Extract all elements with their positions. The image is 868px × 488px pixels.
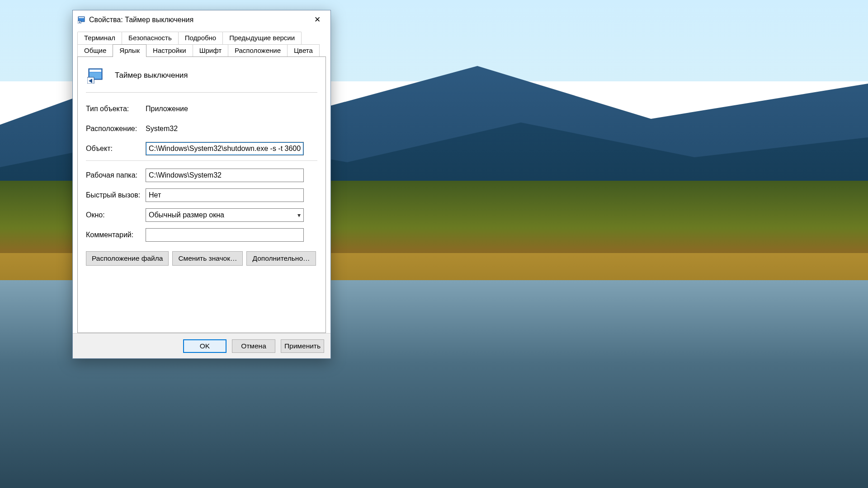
value-location: System32: [146, 125, 178, 133]
tab-font[interactable]: Шрифт: [193, 44, 228, 57]
target-input[interactable]: [146, 142, 304, 155]
tab-panel-shortcut: Таймер выключения Тип объекта: Приложени…: [77, 56, 326, 333]
dialog-footer: OK Отмена Применить: [73, 333, 330, 358]
apply-button[interactable]: Применить: [281, 339, 324, 353]
open-file-location-button[interactable]: Расположение файла: [86, 251, 169, 266]
tab-details[interactable]: Подробно: [178, 32, 223, 44]
close-icon: ✕: [314, 15, 321, 24]
tab-previous[interactable]: Предыдущие версии: [222, 32, 302, 44]
tab-shortcut[interactable]: Ярлык: [113, 44, 146, 57]
close-button[interactable]: ✕: [307, 13, 328, 27]
label-object-type: Тип объекта:: [86, 105, 146, 113]
run-select[interactable]: Обычный размер окна ▾: [146, 208, 304, 222]
svg-rect-1: [79, 17, 84, 18]
label-comment: Комментарий:: [86, 231, 146, 239]
window-title: Свойства: Таймер выключения: [89, 16, 307, 24]
shortcut-name: Таймер выключения: [115, 71, 188, 80]
advanced-button[interactable]: Дополнительно…: [246, 251, 316, 266]
label-start-in: Рабочая папка:: [86, 171, 146, 179]
start-in-input[interactable]: [146, 169, 304, 182]
titlebar[interactable]: Свойства: Таймер выключения ✕: [73, 10, 330, 29]
svg-rect-4: [90, 70, 101, 72]
run-select-value: Обычный размер окна: [149, 211, 224, 219]
label-hotkey: Быстрый вызов:: [86, 191, 146, 199]
value-object-type: Приложение: [146, 105, 188, 113]
properties-dialog: Свойства: Таймер выключения ✕ Терминал Б…: [72, 10, 331, 359]
desktop-background: Свойства: Таймер выключения ✕ Терминал Б…: [0, 0, 868, 488]
tab-colors[interactable]: Цвета: [287, 44, 320, 57]
tab-options[interactable]: Настройки: [146, 44, 193, 57]
tab-general[interactable]: Общие: [77, 44, 113, 57]
tab-terminal[interactable]: Терминал: [77, 32, 122, 44]
comment-input[interactable]: [146, 228, 304, 242]
cancel-button[interactable]: Отмена: [232, 339, 275, 353]
tab-security[interactable]: Безопасность: [122, 32, 179, 44]
tab-row-1: Терминал Безопасность Подробно Предыдущи…: [77, 32, 326, 44]
label-run: Окно:: [86, 211, 146, 219]
tab-layout[interactable]: Расположение: [228, 44, 288, 57]
shortcut-header: Таймер выключения: [86, 65, 317, 93]
label-target: Объект:: [86, 145, 146, 153]
tab-row-2: Общие Ярлык Настройки Шрифт Расположение…: [77, 44, 326, 57]
shortcut-properties-icon: [77, 16, 85, 24]
shortcut-large-icon: [87, 67, 104, 84]
chevron-down-icon: ▾: [297, 211, 301, 219]
change-icon-button[interactable]: Сменить значок…: [172, 251, 243, 266]
tab-strip: Терминал Безопасность Подробно Предыдущи…: [73, 29, 330, 333]
ok-button[interactable]: OK: [183, 339, 226, 353]
label-location: Расположение:: [86, 125, 146, 133]
hotkey-input[interactable]: [146, 188, 304, 202]
separator: [86, 160, 317, 161]
